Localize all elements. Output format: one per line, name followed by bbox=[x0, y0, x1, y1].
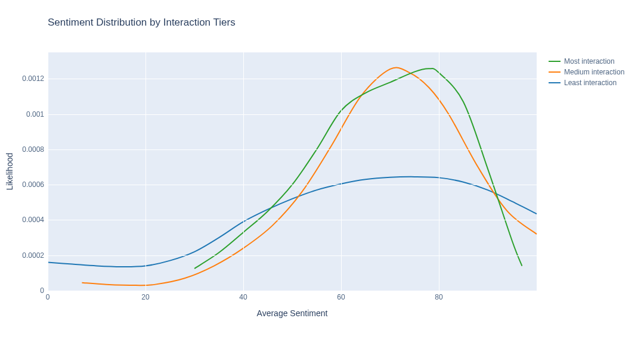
legend-item[interactable]: Least interaction bbox=[549, 79, 624, 87]
y-tick-label: 0.0008 bbox=[0, 145, 48, 154]
grid-line-h bbox=[48, 149, 537, 150]
series-line[interactable] bbox=[82, 68, 537, 286]
y-tick-label: 0 bbox=[0, 286, 48, 295]
x-tick-label: 20 bbox=[141, 293, 149, 301]
y-tick-label: 0.0006 bbox=[0, 180, 48, 189]
grid-line-h bbox=[48, 114, 537, 115]
grid-line-v bbox=[439, 52, 439, 291]
grid-line-v bbox=[145, 52, 146, 291]
legend-label: Least interaction bbox=[564, 79, 617, 87]
legend: Most interactionMedium interactionLeast … bbox=[549, 57, 624, 89]
legend-item[interactable]: Most interaction bbox=[549, 57, 624, 66]
grid-line-h bbox=[48, 220, 537, 220]
y-tick-label: 0.0012 bbox=[0, 74, 48, 83]
x-tick-label: 60 bbox=[337, 293, 345, 301]
x-tick-label: 80 bbox=[435, 293, 442, 301]
grid-line-h bbox=[48, 79, 537, 79]
grid-line-h bbox=[48, 291, 537, 291]
grid-line-v bbox=[48, 52, 48, 291]
legend-label: Medium interaction bbox=[564, 68, 624, 76]
y-tick-label: 0.001 bbox=[0, 110, 48, 119]
legend-swatch bbox=[549, 61, 561, 62]
plot-area bbox=[48, 52, 537, 291]
chart-title: Sentiment Distribution by Interaction Ti… bbox=[48, 17, 236, 29]
grid-line-h bbox=[48, 255, 537, 256]
legend-item[interactable]: Medium interaction bbox=[549, 68, 624, 76]
x-tick-label: 0 bbox=[46, 293, 50, 301]
x-tick-label: 40 bbox=[239, 293, 247, 301]
legend-swatch bbox=[549, 71, 561, 73]
legend-swatch bbox=[549, 82, 561, 83]
grid-line-h bbox=[48, 185, 537, 185]
grid-line-v bbox=[341, 52, 342, 291]
series-line[interactable] bbox=[48, 177, 537, 267]
y-tick-label: 0.0004 bbox=[0, 216, 48, 224]
x-axis-label: Average Sentiment bbox=[257, 308, 328, 318]
legend-label: Most interaction bbox=[564, 57, 615, 66]
y-tick-label: 0.0002 bbox=[0, 251, 48, 260]
chart-container: Sentiment Distribution by Interaction Ti… bbox=[0, 0, 644, 343]
grid-line-v bbox=[243, 52, 244, 291]
